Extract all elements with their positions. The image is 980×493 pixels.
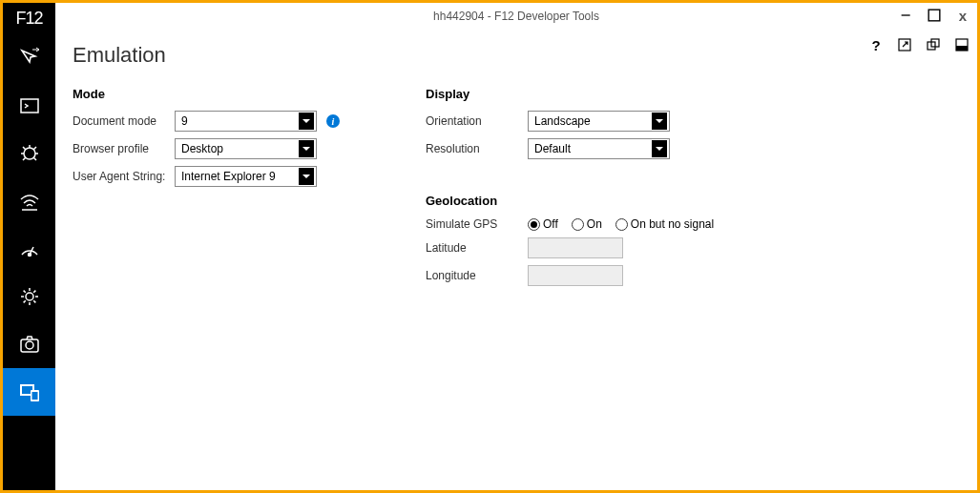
close-button[interactable]: x [954, 7, 971, 24]
maximize-button[interactable] [926, 7, 943, 24]
camera-icon [18, 333, 41, 356]
chevron-down-icon [299, 113, 314, 130]
mode-column: Mode Document mode 9 i Browser profile D… [73, 77, 397, 293]
minimize-button[interactable]: − [897, 7, 914, 24]
document-mode-value: 9 [181, 114, 188, 128]
radio-on[interactable]: On [572, 217, 602, 231]
simulate-gps-radios: Off On On but no signal [528, 217, 714, 231]
user-agent-select[interactable]: Internet Explorer 9 [175, 166, 317, 187]
document-mode-select[interactable]: 9 [175, 111, 317, 132]
resolution-row: Resolution Default [426, 138, 769, 159]
sidebar: F12 [3, 3, 55, 490]
titlebar: hh442904 - F12 Developer Tools − x [55, 3, 977, 30]
page-title: Emulation [55, 30, 977, 73]
radio-on-no-signal[interactable]: On but no signal [615, 217, 714, 231]
devices-icon [18, 380, 41, 403]
help-button[interactable]: ? [866, 35, 886, 54]
chevron-down-icon [299, 168, 314, 185]
gauge-icon [18, 237, 41, 260]
orientation-select[interactable]: Landscape [528, 111, 670, 132]
pointer-icon [18, 47, 41, 70]
browser-profile-row: Browser profile Desktop [73, 138, 397, 159]
document-mode-row: Document mode 9 i [73, 111, 397, 132]
popout-icon [898, 38, 911, 51]
resolution-label: Resolution [426, 142, 528, 155]
latitude-row: Latitude [426, 237, 769, 258]
orientation-row: Orientation Landscape [426, 111, 769, 132]
gear-icon [18, 285, 41, 308]
svg-rect-15 [956, 46, 968, 51]
toolbar-right: ? [866, 35, 971, 54]
radio-icon [572, 218, 584, 231]
orientation-value: Landscape [534, 114, 591, 128]
simulate-gps-row: Simulate GPS Off On On but no signal [426, 217, 769, 231]
radio-off[interactable]: Off [528, 217, 558, 231]
maximize-icon [928, 9, 941, 22]
browser-profile-label: Browser profile [73, 142, 175, 155]
sidebar-item-debugger[interactable] [3, 130, 55, 177]
browser-profile-select[interactable]: Desktop [175, 138, 317, 159]
longitude-input[interactable] [528, 265, 623, 286]
simulate-gps-label: Simulate GPS [426, 217, 528, 231]
chevron-down-icon [652, 113, 667, 130]
info-icon[interactable]: i [326, 114, 340, 128]
svg-rect-9 [31, 392, 37, 400]
display-section-title: Display [426, 87, 769, 101]
svg-point-3 [26, 293, 33, 300]
wifi-icon [18, 190, 41, 213]
mode-section-title: Mode [73, 87, 397, 101]
console-icon [18, 94, 41, 117]
sidebar-item-performance[interactable] [3, 225, 55, 273]
user-agent-label: User Agent String: [73, 170, 175, 183]
latitude-input[interactable] [528, 237, 623, 258]
dock-icon [955, 38, 969, 51]
bug-icon [18, 142, 41, 165]
f12-logo: F12 [3, 3, 55, 34]
radio-icon [615, 218, 628, 231]
sidebar-item-memory[interactable] [3, 273, 55, 320]
dock-button[interactable] [952, 35, 971, 54]
app-window: F12 hh442904 - F12 Developer Tools [3, 3, 977, 490]
document-mode-label: Document mode [73, 114, 175, 128]
chevron-down-icon [299, 140, 314, 157]
geolocation-section-title: Geolocation [426, 194, 769, 208]
content-area: Mode Document mode 9 i Browser profile D… [55, 73, 977, 297]
longitude-label: Longitude [426, 269, 528, 282]
latitude-label: Latitude [426, 241, 528, 255]
svg-point-5 [26, 341, 33, 349]
sidebar-item-console[interactable] [3, 82, 55, 130]
chevron-down-icon [652, 140, 667, 157]
sidebar-item-profiler[interactable] [3, 320, 55, 368]
popout-button[interactable] [895, 35, 914, 54]
radio-icon [528, 218, 540, 231]
user-agent-row: User Agent String: Internet Explorer 9 [73, 166, 397, 187]
window-controls: − x [897, 7, 971, 24]
main-content: hh442904 - F12 Developer Tools − x ? Emu… [55, 3, 977, 490]
sidebar-item-dom-explorer[interactable] [3, 34, 55, 82]
resolution-value: Default [534, 142, 571, 155]
pin-button[interactable] [924, 35, 943, 54]
svg-rect-10 [928, 10, 940, 21]
sidebar-item-network[interactable] [3, 177, 55, 225]
svg-rect-0 [21, 99, 38, 113]
window-title: hh442904 - F12 Developer Tools [433, 10, 599, 23]
svg-point-2 [28, 254, 31, 257]
display-column: Display Orientation Landscape Resolution… [426, 77, 769, 293]
orientation-label: Orientation [426, 114, 528, 128]
resolution-select[interactable]: Default [528, 138, 670, 159]
longitude-row: Longitude [426, 265, 769, 286]
sidebar-item-emulation[interactable] [3, 368, 55, 416]
user-agent-value: Internet Explorer 9 [181, 170, 276, 183]
windows-icon [927, 38, 940, 51]
browser-profile-value: Desktop [181, 142, 223, 155]
